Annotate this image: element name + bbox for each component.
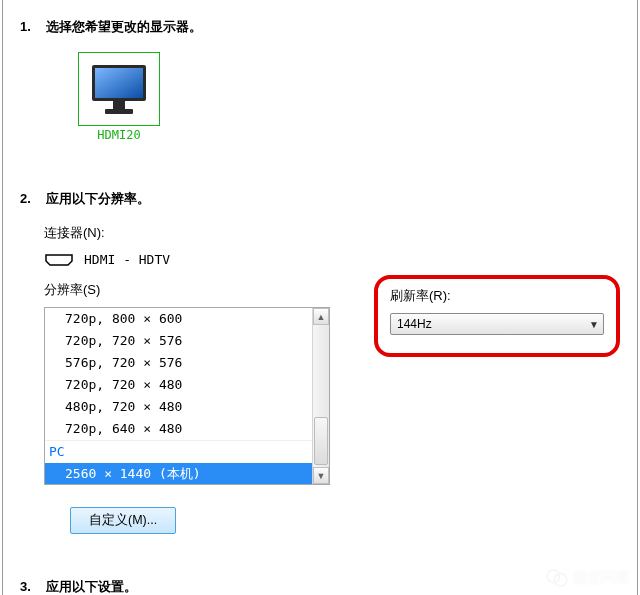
svg-point-5 — [554, 574, 567, 587]
watermark-icon — [546, 569, 568, 587]
scroll-up-button[interactable]: ▲ — [313, 308, 329, 325]
scroll-down-button[interactable]: ▼ — [313, 467, 329, 484]
watermark-text: 悟空问答 — [574, 569, 630, 587]
list-item[interactable]: 720p, 640 × 480 — [45, 418, 312, 440]
resolution-listbox[interactable]: 720p, 800 × 600 720p, 720 × 576 576p, 72… — [44, 307, 330, 485]
watermark: 悟空问答 — [546, 569, 630, 587]
list-item[interactable]: 720p, 720 × 480 — [45, 374, 312, 396]
list-item[interactable]: 576p, 720 × 576 — [45, 352, 312, 374]
list-item[interactable]: 720p, 720 × 576 — [45, 330, 312, 352]
scroll-track[interactable] — [313, 325, 329, 467]
chevron-down-icon: ▼ — [589, 319, 599, 330]
refresh-label: 刷新率(R): — [390, 287, 604, 305]
refresh-rate-highlight: 刷新率(R): 144Hz ▼ — [374, 275, 620, 357]
refresh-rate-combo[interactable]: 144Hz ▼ — [390, 313, 604, 335]
svg-point-4 — [547, 570, 560, 583]
list-item-selected[interactable]: 2560 × 1440 (本机) — [45, 463, 312, 485]
list-item[interactable]: 480p, 720 × 480 — [45, 396, 312, 418]
refresh-rate-value: 144Hz — [397, 317, 432, 331]
scrollbar[interactable]: ▲ ▼ — [312, 308, 329, 484]
list-group-pc: PC — [45, 440, 312, 463]
scroll-thumb[interactable] — [314, 417, 328, 465]
list-item[interactable]: 720p, 800 × 600 — [45, 308, 312, 330]
